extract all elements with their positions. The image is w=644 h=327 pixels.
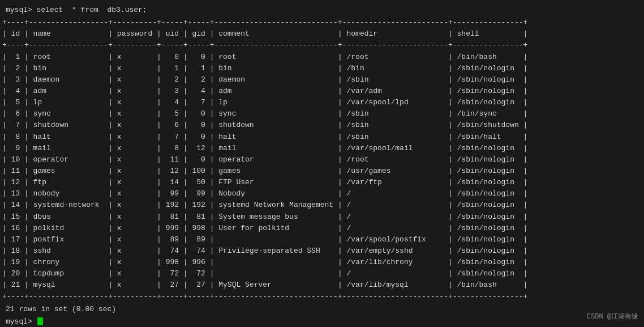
table-row: | 9 | mail | x | 8 | 12 | mail | /var/sp… xyxy=(2,143,642,154)
command-line: mysql> select * from db3.user; xyxy=(2,3,642,17)
table-row: | 13 | nobody | x | 99 | 99 | Nobody | /… xyxy=(2,188,642,199)
table-row: | 12 | ftp | x | 14 | 50 | FTP User | /v… xyxy=(2,177,642,188)
table-row: | 7 | shutdown | x | 6 | 0 | shutdown | … xyxy=(2,120,642,131)
separator-bottom: +----+------------------+----------+----… xyxy=(2,291,642,303)
table-header: | id | name | password | uid | gid | com… xyxy=(2,28,642,40)
table-row: | 18 | sshd | x | 74 | 74 | Privilege-se… xyxy=(2,245,642,257)
mysql-prompt-label: mysql> xyxy=(6,317,37,326)
table-row: | 8 | halt | x | 7 | 0 | halt | /sbin | … xyxy=(2,131,642,143)
table-row: | 21 | mysql | x | 27 | 27 | MySQL Serve… xyxy=(2,279,642,291)
result-line: 21 rows in set (0.00 sec) xyxy=(2,303,642,316)
table-row: | 14 | systemd-network | x | 192 | 192 |… xyxy=(2,199,642,211)
cursor-block xyxy=(37,317,43,325)
table-row: | 2 | bin | x | 1 | 1 | bin | /bin | /sb… xyxy=(2,63,642,74)
table-row: | 6 | sync | x | 5 | 0 | sync | /sbin | … xyxy=(2,108,642,120)
table-row: | 20 | tcpdump | x | 72 | 72 | | / | /sb… xyxy=(2,268,642,279)
table-row: | 11 | games | x | 12 | 100 | games | /u… xyxy=(2,165,642,177)
bottom-prompt-line: mysql> xyxy=(2,316,642,327)
table-row: | 16 | polkitd | x | 999 | 998 | User fo… xyxy=(2,223,642,234)
watermark: CSDN @江湖有缘 xyxy=(587,312,638,321)
separator-top: +----+------------------+----------+----… xyxy=(2,17,642,28)
table-row: | 10 | operator | x | 11 | 0 | operator … xyxy=(2,154,642,165)
table-row: | 17 | postfix | x | 89 | 89 | | /var/sp… xyxy=(2,234,642,245)
table-row: | 4 | adm | x | 3 | 4 | adm | /var/adm |… xyxy=(2,86,642,97)
table-row: | 5 | lp | x | 4 | 7 | lp | /var/spool/l… xyxy=(2,97,642,108)
table-row: | 15 | dbus | x | 81 | 81 | System messa… xyxy=(2,211,642,223)
table-row: | 19 | chrony | x | 998 | 996 | | /var/l… xyxy=(2,257,642,268)
separator-header: +----+------------------+----------+----… xyxy=(2,40,642,51)
table-row: | 3 | daemon | x | 2 | 2 | daemon | /sbi… xyxy=(2,74,642,86)
terminal-window: mysql> select * from db3.user; +----+---… xyxy=(0,0,644,327)
table-row: | 1 | root | x | 0 | 0 | root | /root | … xyxy=(2,52,642,63)
terminal-output: mysql> select * from db3.user; +----+---… xyxy=(0,3,644,327)
